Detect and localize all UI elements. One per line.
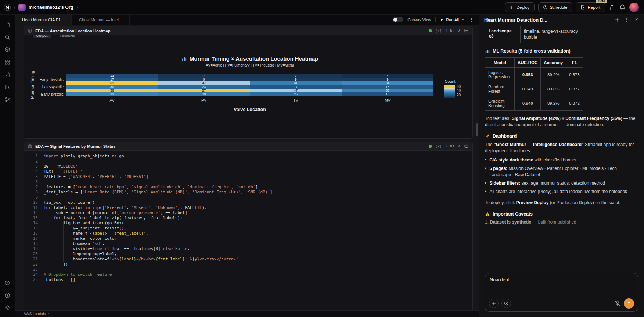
- file-code-icon[interactable]: [1, 68, 13, 81]
- y-tick-label: Early-systolic: [24, 92, 64, 96]
- environment-status-bar[interactable]: AWS Lambda: [15, 310, 479, 317]
- close-icon[interactable]: [634, 17, 639, 22]
- code-line: 21 hovertemplate=f'<b>{label}</b><br>{fe…: [24, 257, 472, 262]
- library-icon[interactable]: [1, 81, 13, 93]
- code-line: 1import plotly.graph_objects as go: [24, 154, 472, 159]
- y-tick-label: Late-systolic: [24, 85, 64, 89]
- output-layout-icon[interactable]: [464, 144, 469, 149]
- panel-title: Heart Murmur Detection D...: [484, 17, 610, 23]
- block-type-icon[interactable]: [28, 28, 32, 33]
- add-attachment-button[interactable]: [489, 299, 499, 308]
- panel-options-icon[interactable]: [624, 17, 629, 22]
- heatmap-cell: 13: [66, 74, 158, 78]
- report-button[interactable]: Report: [576, 2, 605, 12]
- play-icon: [440, 18, 444, 22]
- text-segment: To deploy: click: [485, 200, 516, 205]
- notebook-tab[interactable]: Heart Murmur CIA F1...: [15, 15, 72, 25]
- org-switcher[interactable]: michaelinso12's Org: [29, 5, 80, 10]
- cell-header: EDA — Auscultation Location Heatmap (x) …: [24, 26, 472, 35]
- heatmap-cell: 30: [158, 92, 250, 96]
- text-segment: 1.: [485, 220, 490, 225]
- panel-scroll-area: Landscape x3 timeline, range-vs-accuracy…: [479, 25, 644, 271]
- line-number: 9: [24, 195, 38, 200]
- more-options-icon[interactable]: [469, 17, 474, 22]
- heatmap-cell: 57: [158, 89, 250, 92]
- variables-icon[interactable]: (x): [435, 144, 442, 148]
- notebook-tab[interactable]: Ghost Murmur — Intel...: [72, 15, 130, 25]
- x-axis-ticks: AVPVTVMV: [66, 98, 433, 103]
- tab-strip: Heart Murmur CIA F1...Ghost Murmur — Int…: [15, 15, 130, 25]
- code-cell: EDA — Signal Features by Murmur Status (…: [24, 142, 473, 310]
- text-segment: The: [485, 142, 494, 147]
- colorbar-title: Count: [438, 79, 462, 83]
- vertical-scrollbar[interactable]: [476, 123, 478, 136]
- heatmap-cell: 17: [66, 78, 158, 81]
- deploy-button[interactable]: Deploy: [505, 2, 535, 12]
- line-number: 8: [24, 190, 38, 195]
- code-line: 7_features = ['mean_heart_rate_bpm', 'si…: [24, 185, 472, 190]
- table-header-cell: AUC-ROC: [515, 58, 541, 68]
- table-cell: 89.2%: [541, 96, 566, 111]
- chart-subtitle: AV=Aortic | PV=Pulmonary | TV=Tricuspid …: [66, 63, 433, 67]
- text-segment: (or Production Deploy) on the script.: [548, 200, 620, 205]
- code-line: 10fig_box = go.Figure(): [24, 200, 472, 205]
- dashboard-bullet-list: •CIA-style dark theme with classified ba…: [485, 157, 638, 195]
- fade-overlay: [479, 258, 644, 271]
- variables-tab[interactable]: Variables: [56, 35, 79, 38]
- line-number: 4: [24, 169, 38, 174]
- rail-bottom-icons: [1, 277, 13, 314]
- app-logo-icon[interactable]: [4, 4, 11, 11]
- text-segment: Sidebar filters:: [489, 181, 520, 186]
- user-avatar[interactable]: [629, 3, 639, 12]
- notifications-bell-icon[interactable]: [619, 4, 626, 11]
- canvas-view-toggle[interactable]: [393, 17, 403, 22]
- heatmap-cell: 47: [158, 81, 250, 85]
- share-icon[interactable]: [609, 4, 615, 11]
- lambda-environment-icon[interactable]: λ: [458, 29, 460, 33]
- chart-title: Murmur Timing × Auscultation Location He…: [66, 56, 433, 62]
- lambda-environment-icon[interactable]: λ: [458, 144, 460, 148]
- code-line: 9: [24, 195, 472, 200]
- panel-header: Heart Murmur Detection D...: [479, 15, 644, 25]
- git-branch-icon[interactable]: [1, 93, 13, 106]
- table-header-cell: Model: [485, 58, 515, 68]
- variables-icon[interactable]: (x): [435, 29, 442, 33]
- schedule-label: Schedule: [550, 5, 568, 10]
- text-segment: Signal Amplitude (42%) + Dominant Freque…: [512, 116, 622, 121]
- pages-icon[interactable]: [1, 18, 13, 31]
- table-row: Random Forest0.94989.8%0.877: [485, 82, 583, 96]
- run-all-button[interactable]: Run All: [440, 18, 465, 22]
- send-button[interactable]: [624, 298, 634, 309]
- schedule-button[interactable]: Schedule: [538, 2, 572, 12]
- line-number: 13: [24, 216, 38, 221]
- block-type-icon[interactable]: [28, 144, 32, 149]
- output-layout-icon[interactable]: [464, 28, 469, 33]
- add-context-button[interactable]: [501, 299, 511, 308]
- heatmap-cell: 7: [250, 74, 342, 78]
- new-chat-icon[interactable]: [615, 17, 620, 22]
- output-tab[interactable]: Output: [33, 35, 51, 38]
- code-editor[interactable]: 1import plotly.graph_objects as go23BG =…: [24, 151, 472, 310]
- mic-off-icon[interactable]: [614, 300, 621, 307]
- bullet-marker: •: [485, 180, 486, 186]
- line-number: 25: [24, 277, 38, 282]
- help-icon[interactable]: [1, 289, 13, 302]
- history-icon[interactable]: [1, 277, 13, 289]
- topbar: / michaelinso12's Org Deploy Schedule Be…: [0, 0, 644, 15]
- text-segment: 5 pages:: [489, 166, 507, 171]
- chat-input[interactable]: Now depl: [485, 273, 638, 312]
- heatmap-cell: 61: [66, 81, 158, 85]
- line-number: 3: [24, 164, 38, 169]
- integrations-icon[interactable]: [1, 56, 13, 68]
- code-line: 4TEXT = '#fbfbff': [24, 169, 472, 174]
- settings-icon[interactable]: [1, 302, 13, 314]
- search-icon[interactable]: [1, 31, 13, 43]
- table-cell: Gradient Boosting: [485, 96, 515, 111]
- text-segment: CIA-style dark theme: [489, 157, 533, 163]
- run-all-label: Run All: [446, 18, 459, 22]
- org-avatar[interactable]: [18, 4, 26, 11]
- chevron-down-icon: [48, 312, 51, 316]
- code-line: 5PALETTE = ['#A1C9F4', '#FFB482', '#8DE5…: [24, 174, 472, 179]
- divider: [435, 17, 436, 22]
- blocks-icon[interactable]: [1, 43, 13, 56]
